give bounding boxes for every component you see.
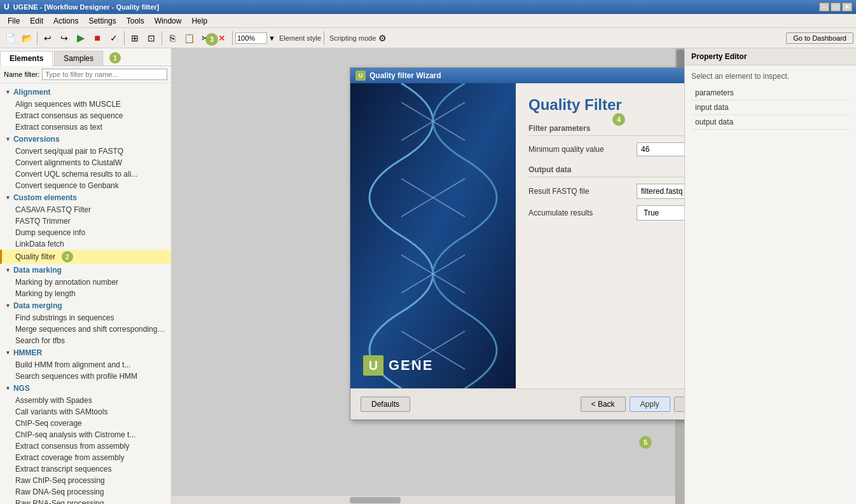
gear-icon[interactable]: ⚙ (378, 33, 387, 43)
run-button[interactable]: ▶ (73, 31, 88, 46)
defaults-button[interactable]: Defaults (361, 397, 410, 412)
menu-actions[interactable]: Actions (48, 15, 83, 27)
category-data-merging[interactable]: Data merging (0, 299, 171, 312)
item-raw-rnaseq[interactable]: Raw RNA-Seq processing (0, 498, 171, 504)
item-extract-consensus-seq[interactable]: Extract consensus as sequence (0, 110, 171, 121)
modal-title-bar: U Quality filter Wizard ? ✕ (350, 68, 684, 83)
back-button[interactable]: < Back (581, 397, 626, 412)
run-button[interactable]: Run (674, 397, 684, 412)
section-input-data[interactable]: input data (691, 100, 850, 115)
zoom-input[interactable] (235, 32, 267, 44)
name-filter-label: Name filter: (4, 71, 39, 78)
accumulate-row: Accumulate results True False (528, 205, 684, 221)
validate-button[interactable]: ✓ (106, 31, 121, 46)
min-quality-label: Minimum quality value (528, 145, 630, 154)
item-chipseq-cistrome[interactable]: ChIP-seq analysis with Cistrome t... (0, 429, 171, 440)
item-convert-uql[interactable]: Convert UQL schema results to ali... (0, 168, 171, 180)
item-convert-sequence[interactable]: Convert sequence to Genbank (0, 180, 171, 191)
item-raw-dnaseq[interactable]: Raw DNA-Seq processing (0, 486, 171, 498)
filter-params-section: Filter parameters (528, 124, 684, 136)
badge-3: 3 (205, 33, 218, 46)
app-icon: U (4, 3, 10, 11)
item-find-substrings[interactable]: Find substrings in sequences (0, 312, 171, 324)
ugene-logo: U GENE (363, 355, 433, 376)
item-convert-seqqual[interactable]: Convert seq/qual pair to FASTQ (0, 146, 171, 157)
fit-button[interactable]: ⊞ (127, 31, 142, 46)
item-extract-transcript[interactable]: Extract transcript sequences (0, 463, 171, 475)
menu-help[interactable]: Help (186, 15, 212, 27)
menu-tools[interactable]: Tools (121, 15, 149, 27)
app-title: UGENE - [Workflow Designer - Quality fil… (13, 3, 160, 11)
item-search-tfbs[interactable]: Search for tfbs (0, 335, 171, 346)
separator-3 (162, 31, 162, 45)
item-search-hmm[interactable]: Search sequences with profile HMM (0, 371, 171, 382)
arrow-badge-2: 2 (62, 251, 73, 262)
category-alignment[interactable]: Alignment (0, 86, 171, 99)
category-custom[interactable]: Custom elements (0, 191, 171, 204)
item-dump-seq[interactable]: Dump sequence info (0, 227, 171, 238)
menu-window[interactable]: Window (149, 15, 187, 27)
modal-overlay: U Quality filter Wizard ? ✕ (172, 48, 684, 504)
close-button[interactable]: ✕ (842, 3, 852, 11)
restore-button[interactable]: □ (831, 3, 841, 11)
zoom-dropdown-icon[interactable]: ▼ (268, 34, 275, 42)
canvas-area: U Quality filter Wizard ? ✕ (172, 48, 684, 504)
separator-1 (37, 31, 38, 45)
section-output-data[interactable]: output data (691, 115, 850, 130)
toolbar: 📄 📂 ↩ ↪ ▶ ■ ✓ ⊞ ⊡ ⎘ 📋 ✂ ✕ ▼ Element styl… (0, 28, 856, 48)
new-button[interactable]: 📄 (3, 31, 18, 46)
copy-button[interactable]: ⎘ (165, 31, 180, 46)
open-button[interactable]: 📂 (19, 31, 34, 46)
tab-samples[interactable]: Samples (54, 51, 103, 65)
modal-footer-right: < Back Apply Run Cancel (581, 397, 684, 412)
category-data-marking[interactable]: Data marking (0, 264, 171, 276)
item-chipseq-coverage[interactable]: ChIP-Seq coverage (0, 418, 171, 429)
property-editor-empty-text: Select an element to inspect. (691, 72, 789, 81)
item-marking-length[interactable]: Marking by length (0, 288, 171, 299)
item-align-muscle[interactable]: Align sequences with MUSCLE (0, 99, 171, 110)
redo-button[interactable]: ↪ (57, 31, 72, 46)
item-fastq-trimmer[interactable]: FASTQ Trimmer (0, 215, 171, 227)
category-hmmer[interactable]: HMMER (0, 346, 171, 359)
window-controls[interactable]: ─ □ ✕ (819, 3, 852, 11)
item-marking-annotation[interactable]: Marking by annotation number (0, 276, 171, 288)
item-call-variants[interactable]: Call variants with SAMtools (0, 406, 171, 418)
result-fastq-field-container: ··· (637, 184, 684, 199)
paste-button[interactable]: 📋 (181, 31, 197, 46)
item-extract-consensus-text[interactable]: Extract consensus as text (0, 121, 171, 133)
undo-button[interactable]: ↩ (40, 31, 55, 46)
item-extract-consensus-assembly[interactable]: Extract consensus from assembly (0, 440, 171, 452)
result-fastq-row: Result FASTQ file ··· (528, 184, 684, 199)
item-assembly-spades[interactable]: Assembly with Spades (0, 395, 171, 406)
menu-bar: File Edit Actions Settings Tools Window … (0, 14, 856, 28)
accumulate-select[interactable]: True False (637, 205, 684, 221)
menu-settings[interactable]: Settings (83, 15, 121, 27)
tab-elements[interactable]: Elements (0, 51, 53, 66)
category-conversions[interactable]: Conversions (0, 133, 171, 146)
menu-edit[interactable]: Edit (25, 15, 48, 27)
name-filter-input[interactable] (42, 69, 167, 80)
minimize-button[interactable]: ─ (819, 3, 829, 11)
property-editor-content: Select an element to inspect. parameters… (685, 65, 856, 504)
apply-button[interactable]: Apply (630, 397, 670, 412)
result-fastq-input[interactable] (637, 184, 684, 199)
item-convert-alignments[interactable]: Convert alignments to ClustalW (0, 157, 171, 168)
dashboard-button[interactable]: Go to Dashboard (786, 32, 853, 44)
item-casava[interactable]: CASAVA FASTQ Filter (0, 204, 171, 215)
item-extract-coverage[interactable]: Extract coverage from assembly (0, 452, 171, 463)
modal-heading: Quality Filter (528, 96, 684, 114)
zoom-fit-button[interactable]: ⊡ (144, 31, 159, 46)
item-merge-sequences[interactable]: Merge sequences and shift corresponding … (0, 324, 171, 335)
horizontal-scrollbar[interactable] (172, 495, 675, 504)
section-parameters[interactable]: parameters (691, 86, 850, 100)
menu-file[interactable]: File (3, 15, 25, 27)
element-style-label: Element style (279, 34, 321, 42)
item-raw-chipseq[interactable]: Raw ChIP-Seq processing (0, 475, 171, 486)
item-build-hmm[interactable]: Build HMM from alignment and t... (0, 359, 171, 371)
stop-button[interactable]: ■ (90, 31, 105, 46)
category-ngs[interactable]: NGS (0, 382, 171, 395)
item-linkdata[interactable]: LinkData fetch (0, 238, 171, 250)
min-quality-input[interactable] (637, 142, 684, 156)
scroll-thumb-h[interactable] (350, 497, 401, 503)
item-quality-filter[interactable]: Quality filter 2 (0, 250, 171, 264)
